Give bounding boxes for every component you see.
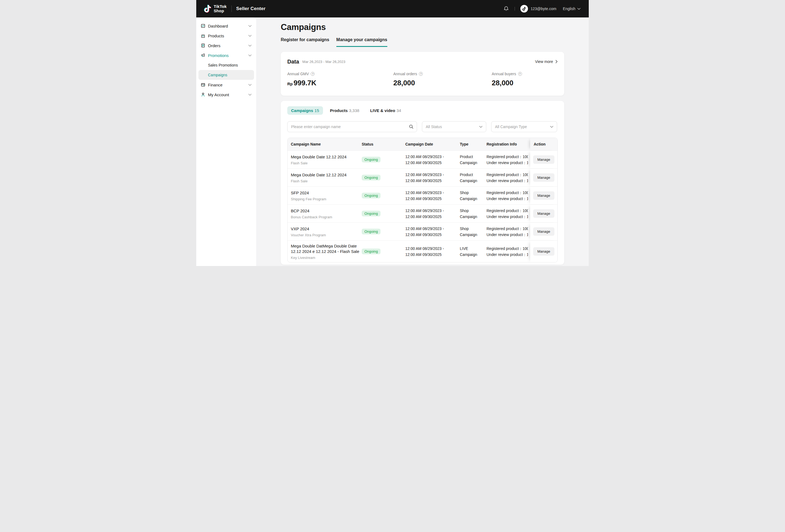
search-input[interactable] <box>287 122 417 132</box>
status-badge: Ongoing <box>362 229 380 234</box>
status-badge: Ongoing <box>362 175 380 180</box>
action-cell: Manage <box>530 187 557 204</box>
header-divider <box>231 5 232 12</box>
campaign-subtitle: Shipping Fee Program <box>291 197 359 201</box>
data-card-title: Data <box>287 58 299 65</box>
campaign-type: Product Campaign <box>460 154 486 166</box>
chevron-down-icon <box>550 126 553 128</box>
chevron-down-icon <box>248 35 252 37</box>
metric-value: 28,000 <box>492 79 522 87</box>
sidebar-item-dashboard[interactable]: Dashboard <box>196 21 256 31</box>
campaign-name: SFP 2024 <box>291 190 359 196</box>
table-row: VXP 2024 Voucher Xtra Program Ongoing 12… <box>287 222 557 240</box>
campaign-date: 12:00 AM 08/29/2023 - <box>405 226 458 232</box>
table-header-row: Campaign Name Status Campaign Date Type … <box>287 138 557 150</box>
campaign-date: 12:00 AM 08/29/2023 - <box>405 208 458 214</box>
view-more-link[interactable]: View more <box>535 59 558 64</box>
table-row: Mega Double Date 12.12 2024 Flash Sale O… <box>287 150 557 169</box>
metric-value: Rp 999.7K <box>287 79 393 88</box>
pill-live-video[interactable]: LIVE & video34 <box>366 106 405 115</box>
campaign-subtitle: Key Livestream <box>291 256 359 260</box>
seller-center-app: TikTok Shop Seller Center 123@byte.com E… <box>196 0 589 266</box>
dashboard-icon <box>201 23 205 28</box>
top-bar: TikTok Shop Seller Center 123@byte.com E… <box>196 0 589 18</box>
table-row: SFP 2024 Shipping Fee Program Ongoing 12… <box>287 186 557 204</box>
status-badge: Ongoing <box>362 249 380 254</box>
campaign-type: Product Campaign <box>460 172 486 184</box>
promotions-icon <box>201 53 205 58</box>
campaign-type: Shop Campaign <box>460 208 486 220</box>
sidebar-item-promotions[interactable]: Promotions <box>196 50 256 60</box>
campaign-subtitle: Bonus Cashback Program <box>291 215 359 219</box>
help-icon[interactable]: ? <box>311 72 314 76</box>
help-icon[interactable]: ? <box>518 72 522 76</box>
campaign-name: BCP 2024 <box>291 208 359 214</box>
manage-button[interactable]: Manage <box>533 191 555 200</box>
brand-wordmark: TikTok Shop <box>214 4 227 13</box>
campaign-type-filter-select[interactable]: All Campaign Type <box>491 121 557 132</box>
chevron-down-icon <box>248 84 252 86</box>
status-badge: Ongoing <box>362 211 380 217</box>
data-summary-card: Data Mar 26,2023 - Mar 26,2023 View more… <box>281 52 564 96</box>
finance-icon <box>201 82 205 87</box>
campaign-name: Mega Double Date 12.12 2024 <box>291 172 359 178</box>
tiktok-note-icon <box>204 5 211 13</box>
chevron-right-icon <box>556 60 558 63</box>
registration-info: Registered product：100 <box>486 190 528 196</box>
action-cell: Manage <box>530 151 557 169</box>
manage-button[interactable]: Manage <box>533 155 555 164</box>
action-cell: Manage <box>530 205 557 222</box>
campaign-type: Shop Campaign <box>460 190 486 202</box>
filters-row: All Status All Campaign Type <box>287 121 558 132</box>
campaign-name: Mega Double DatMega Double Date 12.12 20… <box>291 244 359 254</box>
sidebar-item-finance[interactable]: Finance <box>196 80 256 90</box>
metric-annual-gmv: Annual GMV ? Rp 999.7K <box>287 71 393 88</box>
account-email[interactable]: 123@byte.com <box>531 6 556 11</box>
metric-annual-buyers: Annual buyers ? 28,000 <box>492 71 522 88</box>
campaign-date: 12:00 AM 08/29/2023 - <box>405 246 458 252</box>
main-area: Campaigns Register for campaigns Manage … <box>256 18 589 266</box>
campaign-type: LIVE Campaign <box>460 246 486 257</box>
pill-products[interactable]: Products3,338 <box>326 106 363 115</box>
campaign-subtitle: Flash Sale <box>291 161 359 165</box>
notification-bell-icon[interactable] <box>503 6 509 12</box>
tiktok-shop-logo[interactable]: TikTok Shop <box>204 4 227 13</box>
chevron-down-icon <box>479 126 482 128</box>
campaign-type: Shop Campaign <box>460 226 486 238</box>
avatar[interactable] <box>520 5 528 12</box>
action-cell: Manage <box>530 240 557 262</box>
campaign-name: VXP 2024 <box>291 226 359 232</box>
manage-button[interactable]: Manage <box>533 247 555 256</box>
sidebar: Dashboard Products Order <box>196 18 256 266</box>
sidebar-item-sales-promotions[interactable]: Sales Promotions <box>196 60 256 70</box>
metric-annual-orders: Annual orders ? 28,000 <box>393 71 492 88</box>
campaign-subtitle: Flash Sale <box>291 179 359 183</box>
page-title: Campaigns <box>281 22 564 33</box>
pill-campaigns[interactable]: Campaigns15 <box>287 106 323 115</box>
campaign-date: 12:00 AM 08/29/2023 - <box>405 154 458 160</box>
status-filter-select[interactable]: All Status <box>422 121 486 132</box>
orders-icon <box>201 43 205 48</box>
language-selector[interactable]: English <box>563 6 581 11</box>
action-cell: Manage <box>530 223 557 240</box>
sidebar-item-orders[interactable]: Orders <box>196 41 256 50</box>
campaign-subtitle: Voucher Xtra Program <box>291 233 359 237</box>
table-row: BCP 2024 Bonus Cashback Program Ongoing … <box>287 204 557 222</box>
manage-button[interactable]: Manage <box>533 173 555 182</box>
sidebar-item-products[interactable]: Products <box>196 31 256 41</box>
help-icon[interactable]: ? <box>419 72 423 76</box>
metric-value: 28,000 <box>393 79 492 87</box>
campaign-date: 12:00 AM 08/29/2023 - <box>405 190 458 196</box>
table-row: Mega Double Date 12.12 2024 Flash Sale O… <box>287 169 557 186</box>
tab-manage-your-campaigns[interactable]: Manage your campaigns <box>336 36 387 47</box>
products-icon <box>201 33 205 38</box>
manage-button[interactable]: Manage <box>533 227 555 236</box>
chevron-down-icon <box>248 54 252 56</box>
tab-register-for-campaigns[interactable]: Register for campaigns <box>281 36 329 47</box>
search-icon <box>409 124 414 129</box>
sidebar-item-campaigns[interactable]: Campaigns <box>198 70 254 80</box>
sidebar-item-my-account[interactable]: My Account <box>196 90 256 100</box>
manage-button[interactable]: Manage <box>533 209 555 218</box>
metrics-row: Annual GMV ? Rp 999.7K Annual orders ? <box>287 71 558 88</box>
campaign-search <box>287 121 417 132</box>
